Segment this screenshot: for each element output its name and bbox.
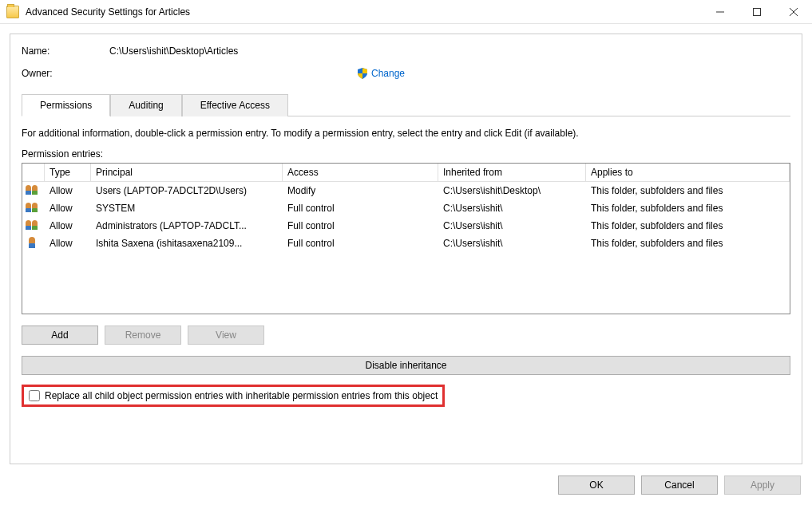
- cell-inherited: C:\Users\ishit\: [438, 199, 586, 217]
- view-button: View: [188, 326, 264, 345]
- cell-principal: Users (LAPTOP-7ADCLT2D\Users): [91, 182, 283, 199]
- listview-header: Type Principal Access Inherited from App…: [22, 164, 790, 182]
- cell-access: Full control: [283, 235, 438, 252]
- cell-principal: Administrators (LAPTOP-7ADCLT...: [91, 217, 283, 235]
- folder-icon: [6, 6, 19, 18]
- cell-type: Allow: [45, 182, 91, 199]
- user-icon: [26, 237, 40, 248]
- close-button[interactable]: [775, 0, 812, 24]
- replace-children-checkbox[interactable]: [29, 390, 40, 401]
- table-row[interactable]: AllowIshita Saxena (ishitasaxena2109...F…: [22, 235, 790, 252]
- permission-listview[interactable]: Type Principal Access Inherited from App…: [22, 163, 790, 314]
- col-type[interactable]: Type: [45, 164, 91, 181]
- col-inherited[interactable]: Inherited from: [438, 164, 586, 181]
- maximize-button[interactable]: [739, 0, 775, 24]
- name-value: C:\Users\ishit\Desktop\Articles: [109, 45, 238, 57]
- cell-access: Full control: [283, 217, 438, 235]
- dialog-body: Name: C:\Users\ishit\Desktop\Articles Ow…: [10, 34, 802, 464]
- owner-row: Owner: Change: [22, 68, 790, 79]
- cell-type: Allow: [45, 199, 91, 217]
- window-buttons: [702, 0, 812, 24]
- replace-children-row[interactable]: Replace all child object permission entr…: [22, 385, 445, 407]
- table-row[interactable]: AllowUsers (LAPTOP-7ADCLT2D\Users)Modify…: [22, 182, 790, 199]
- close-icon: [790, 8, 798, 16]
- cell-type: Allow: [45, 235, 91, 252]
- cell-access: Full control: [283, 199, 438, 217]
- inheritance-row: Disable inheritance: [22, 356, 790, 375]
- table-row[interactable]: AllowAdministrators (LAPTOP-7ADCLT...Ful…: [22, 217, 790, 235]
- window-title: Advanced Security Settings for Articles: [26, 6, 702, 18]
- disable-inheritance-button[interactable]: Disable inheritance: [22, 356, 790, 375]
- add-button[interactable]: Add: [22, 326, 98, 345]
- titlebar: Advanced Security Settings for Articles: [0, 0, 812, 24]
- cell-access: Modify: [283, 182, 438, 199]
- cell-applies: This folder, subfolders and files: [586, 217, 790, 235]
- minimize-icon: [716, 8, 724, 16]
- cell-applies: This folder, subfolders and files: [586, 199, 790, 217]
- entries-label: Permission entries:: [22, 148, 790, 160]
- cell-principal: Ishita Saxena (ishitasaxena2109...: [91, 235, 283, 252]
- info-text: For additional information, double-click…: [22, 128, 790, 139]
- table-row[interactable]: AllowSYSTEMFull controlC:\Users\ishit\Th…: [22, 199, 790, 217]
- tabs: Permissions Auditing Effective Access: [22, 93, 790, 116]
- users-icon: [26, 184, 40, 195]
- col-applies[interactable]: Applies to: [586, 164, 790, 181]
- change-owner-link[interactable]: Change: [371, 68, 405, 79]
- tab-effective-access[interactable]: Effective Access: [182, 94, 288, 116]
- users-icon: [26, 219, 40, 231]
- svg-rect-1: [754, 8, 761, 15]
- replace-children-label: Replace all child object permission entr…: [45, 390, 438, 401]
- maximize-icon: [753, 8, 761, 16]
- cell-inherited: C:\Users\ishit\Desktop\: [438, 182, 586, 199]
- cell-inherited: C:\Users\ishit\: [438, 235, 586, 252]
- col-principal[interactable]: Principal: [91, 164, 283, 181]
- minimize-button[interactable]: [702, 0, 739, 24]
- owner-label: Owner:: [22, 68, 109, 79]
- cell-principal: SYSTEM: [91, 199, 283, 217]
- col-icon[interactable]: [22, 164, 45, 181]
- users-icon: [26, 202, 40, 213]
- cell-type: Allow: [45, 217, 91, 235]
- name-label: Name:: [22, 45, 109, 57]
- entry-buttons: Add Remove View: [22, 326, 790, 345]
- tab-auditing[interactable]: Auditing: [110, 94, 181, 116]
- ok-button[interactable]: OK: [558, 475, 635, 495]
- cell-inherited: C:\Users\ishit\: [438, 217, 586, 235]
- cancel-button[interactable]: Cancel: [641, 475, 718, 495]
- col-access[interactable]: Access: [283, 164, 438, 181]
- footer-buttons: OK Cancel Apply: [0, 464, 812, 495]
- name-row: Name: C:\Users\ishit\Desktop\Articles: [22, 45, 790, 57]
- cell-applies: This folder, subfolders and files: [586, 182, 790, 199]
- cell-applies: This folder, subfolders and files: [586, 235, 790, 252]
- tab-permissions[interactable]: Permissions: [22, 94, 110, 116]
- shield-icon: [357, 68, 368, 79]
- apply-button: Apply: [724, 475, 801, 495]
- remove-button: Remove: [105, 326, 181, 345]
